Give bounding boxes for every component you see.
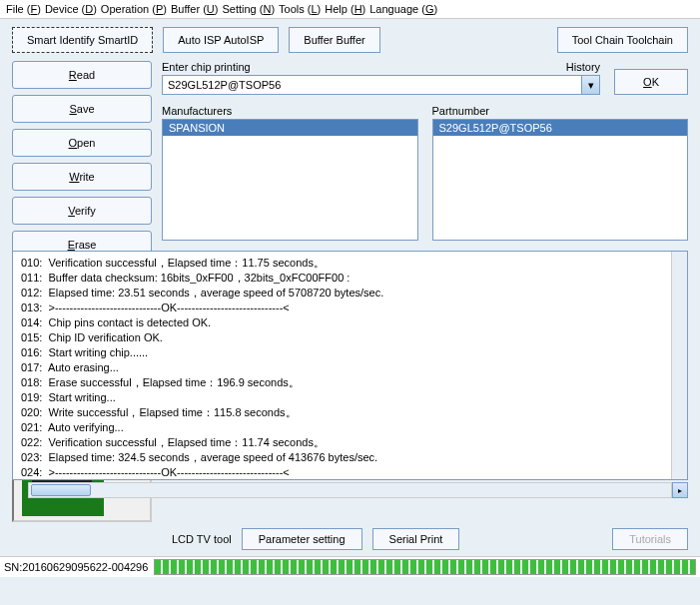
partnumber-list[interactable]: S29GL512P@TSOP56 (432, 119, 689, 241)
smart-identify-button[interactable]: Smart Identify SmartID (12, 27, 153, 53)
log-line: 024: >-----------------------------OK---… (21, 465, 679, 480)
horizontal-scrollbar[interactable]: ◂ ▸ (12, 482, 688, 498)
log-line: 012: Elapsed time: 23.51 seconds，average… (21, 286, 679, 301)
partnumber-label: Partnumber (432, 105, 689, 117)
log-line: 020: Write successful，Elapsed time：115.8… (21, 405, 679, 420)
menu-setting[interactable]: Setting (N) (222, 3, 275, 15)
menu-help[interactable]: Help (H) (325, 3, 365, 15)
log-line: 015: Chip ID verification OK. (21, 330, 679, 345)
read-button[interactable]: Read (12, 61, 152, 89)
menubar: File (F) Device (D) Operation (P) Buffer… (0, 0, 700, 19)
vertical-scrollbar[interactable] (671, 252, 687, 479)
toolbar: Smart Identify SmartID Auto ISP AutoISP … (0, 19, 700, 61)
open-button[interactable]: Open (12, 129, 152, 157)
auto-isp-button[interactable]: Auto ISP AutoISP (163, 27, 279, 53)
chip-combo[interactable]: ▾ (162, 75, 600, 95)
menu-device[interactable]: Device (D) (45, 3, 97, 15)
manufacturers-list[interactable]: SPANSION (162, 119, 418, 241)
log-line: 011: Buffer data checksum: 16bits_0xFF00… (21, 271, 679, 286)
parameter-setting-button[interactable]: Parameter setting (242, 528, 362, 550)
save-button[interactable]: Save (12, 95, 152, 123)
ok-button[interactable]: OK (614, 69, 688, 95)
footer: LCD TV tool Parameter setting Serial Pri… (0, 522, 700, 556)
write-button[interactable]: Write (12, 163, 152, 191)
list-item[interactable]: SPANSION (163, 120, 417, 136)
log-line: 017: Auto erasing... (21, 360, 679, 375)
chip-input[interactable] (162, 75, 582, 95)
menu-file[interactable]: File (F) (6, 3, 41, 15)
lcd-tv-tool-label: LCD TV tool (172, 533, 232, 545)
menu-tools[interactable]: Tools (L) (279, 3, 321, 15)
log-line: 021: Auto verifying... (21, 420, 679, 435)
log-output[interactable]: 010: Verification successful，Elapsed tim… (12, 251, 688, 480)
manufacturers-label: Manufacturers (162, 105, 418, 117)
progress-bar (154, 559, 696, 575)
serial-print-button[interactable]: Serial Print (372, 528, 460, 550)
enter-chip-label: Enter chip printing (162, 61, 251, 73)
menu-operation[interactable]: Operation (P) (101, 3, 167, 15)
log-line: 016: Start writing chip...... (21, 345, 679, 360)
chevron-down-icon[interactable]: ▾ (582, 75, 600, 95)
list-item[interactable]: S29GL512P@TSOP56 (433, 120, 688, 136)
log-line: 018: Erase successful，Elapsed time：196.9… (21, 375, 679, 390)
log-line: 014: Chip pins contact is detected OK. (21, 315, 679, 330)
statusbar: SN:20160629095622-004296 (0, 556, 700, 577)
log-line: 022: Verification successful，Elapsed tim… (21, 435, 679, 450)
log-line: 013: >-----------------------------OK---… (21, 301, 679, 315)
tutorials-button: Tutorials (612, 528, 688, 550)
log-line: 023: Elapsed time: 324.5 seconds，average… (21, 450, 679, 465)
scroll-right-icon[interactable]: ▸ (672, 482, 688, 498)
menu-language[interactable]: Language (G) (369, 3, 437, 15)
toolchain-button[interactable]: Tool Chain Toolchain (557, 27, 688, 53)
serial-number: SN:20160629095622-004296 (4, 561, 148, 573)
log-line: 010: Verification successful，Elapsed tim… (21, 256, 679, 271)
buffer-button[interactable]: Buffer Buffer (289, 27, 379, 53)
menu-buffer[interactable]: Buffer (U) (171, 3, 219, 15)
history-label: History (566, 61, 600, 73)
log-line: 019: Start writing... (21, 390, 679, 405)
verify-button[interactable]: Verify (12, 197, 152, 225)
